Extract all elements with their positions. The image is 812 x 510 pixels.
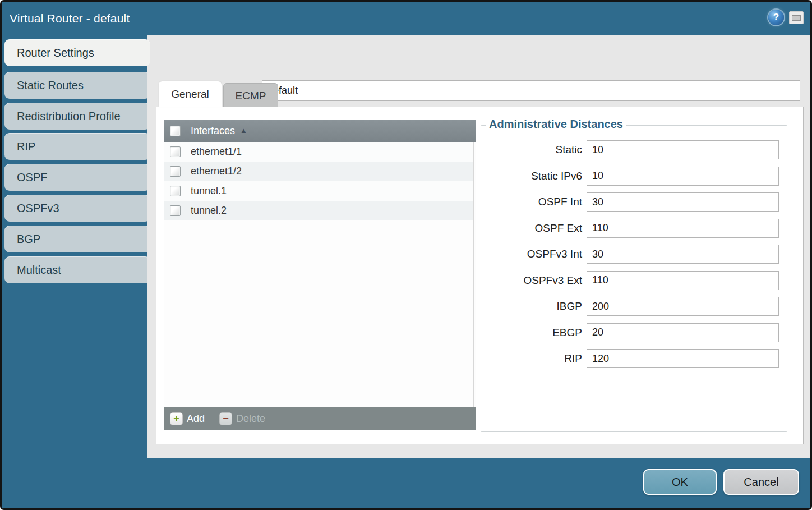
add-button-label: Add <box>187 413 205 425</box>
administrative-distances-fieldset: Administrative Distances Static Static I… <box>481 125 787 432</box>
window-pane-glyph <box>792 15 801 21</box>
table-row[interactable]: tunnel.2 <box>164 201 476 220</box>
ospf-int-label: OSPF Int <box>481 196 587 208</box>
rip-input[interactable] <box>587 349 779 368</box>
table-row[interactable]: ethernet1/2 <box>164 162 476 181</box>
ibgp-input[interactable] <box>587 297 779 316</box>
administrative-distances-rows: Static Static IPv6 OSPF Int OSPF Ext <box>481 140 787 368</box>
static-label: Static <box>481 144 587 156</box>
administrative-distances-legend: Administrative Distances <box>486 118 626 131</box>
sidebar-item-multicast[interactable]: Multicast <box>4 256 150 283</box>
question-mark-glyph: ? <box>773 12 779 22</box>
row-checkbox[interactable] <box>170 205 181 216</box>
ok-button[interactable]: OK <box>643 469 717 495</box>
interfaces-rows: ethernet1/1 ethernet1/2 tunnel.1 tunnel.… <box>164 142 476 407</box>
select-all-checkbox[interactable] <box>170 126 181 136</box>
field-row: OSPF Int <box>481 192 787 212</box>
table-row[interactable]: tunnel.1 <box>164 181 476 201</box>
ibgp-label: IBGP <box>481 300 587 313</box>
sidebar-item-static-routes[interactable]: Static Routes <box>4 72 150 99</box>
table-footer-toolbar: + Add − Delete <box>164 407 476 430</box>
field-row: EBGP <box>481 323 787 342</box>
column-separator <box>187 121 187 141</box>
interface-name: tunnel.2 <box>191 205 227 217</box>
interfaces-column-header[interactable]: Interfaces ▲ <box>164 120 476 142</box>
general-tab-content: Interfaces ▲ ethernet1/1 ethernet1/2 tun… <box>156 107 804 444</box>
interfaces-table: Interfaces ▲ ethernet1/1 ethernet1/2 tun… <box>164 120 476 430</box>
delete-button-label: Delete <box>236 413 265 425</box>
cancel-button[interactable]: Cancel <box>723 469 799 495</box>
ospf-ext-label: OSPF Ext <box>481 222 587 235</box>
help-icon[interactable]: ? <box>768 10 784 25</box>
sidebar-item-bgp[interactable]: BGP <box>4 226 150 252</box>
row-checkbox[interactable] <box>170 186 181 196</box>
delete-button[interactable]: − Delete <box>219 412 265 425</box>
row-checkbox[interactable] <box>170 166 181 177</box>
ospf-ext-input[interactable] <box>587 219 779 238</box>
dialog-title: Virtual Router - default <box>10 2 130 35</box>
plus-icon: + <box>170 412 183 425</box>
interface-name: ethernet1/1 <box>191 146 242 158</box>
router-settings-panel: Name General ECMP Interfaces ▲ ethernet1… <box>147 35 810 458</box>
field-row: Static IPv6 <box>481 167 787 186</box>
ospfv3-ext-label: OSPFv3 Ext <box>481 274 587 287</box>
field-row: Static <box>481 140 787 159</box>
interface-name: tunnel.1 <box>191 185 227 197</box>
static-ipv6-label: Static IPv6 <box>481 170 587 182</box>
row-checkbox[interactable] <box>170 146 181 157</box>
field-row: OSPFv3 Ext <box>481 271 787 290</box>
tab-ecmp[interactable]: ECMP <box>223 83 278 107</box>
minus-icon: − <box>219 412 232 425</box>
field-row: RIP <box>481 349 787 368</box>
field-row: IBGP <box>481 297 787 316</box>
sidebar-item-ospf[interactable]: OSPF <box>4 164 150 191</box>
static-ipv6-input[interactable] <box>587 167 779 186</box>
ospfv3-int-input[interactable] <box>587 245 779 264</box>
virtual-router-dialog: Virtual Router - default ? Router Settin… <box>0 0 812 510</box>
sidebar-item-ospfv3[interactable]: OSPFv3 <box>4 195 150 222</box>
field-row: OSPF Ext <box>481 219 787 238</box>
add-button[interactable]: + Add <box>170 412 205 425</box>
tab-general[interactable]: General <box>159 81 222 107</box>
table-row[interactable]: ethernet1/1 <box>164 142 476 162</box>
ospfv3-int-label: OSPFv3 Int <box>481 248 587 260</box>
sidebar-item-redistribution-profile[interactable]: Redistribution Profile <box>4 103 150 130</box>
sidebar-item-router-settings[interactable]: Router Settings <box>4 39 150 66</box>
table-scrollbar[interactable] <box>473 142 476 407</box>
ospfv3-ext-input[interactable] <box>587 271 779 290</box>
ebgp-input[interactable] <box>587 323 779 342</box>
ebgp-label: EBGP <box>481 327 587 339</box>
title-bar: Virtual Router - default ? <box>2 2 810 35</box>
sidebar-item-rip[interactable]: RIP <box>4 133 150 160</box>
sort-ascending-icon: ▲ <box>240 120 247 142</box>
rip-label: RIP <box>481 352 587 365</box>
name-input[interactable] <box>262 80 800 101</box>
restore-window-icon[interactable] <box>789 11 804 24</box>
interfaces-header-label: Interfaces <box>191 125 235 137</box>
ospf-int-input[interactable] <box>587 192 779 212</box>
interface-name: ethernet1/2 <box>191 166 242 177</box>
field-row: OSPFv3 Int <box>481 245 787 264</box>
static-input[interactable] <box>587 140 779 159</box>
